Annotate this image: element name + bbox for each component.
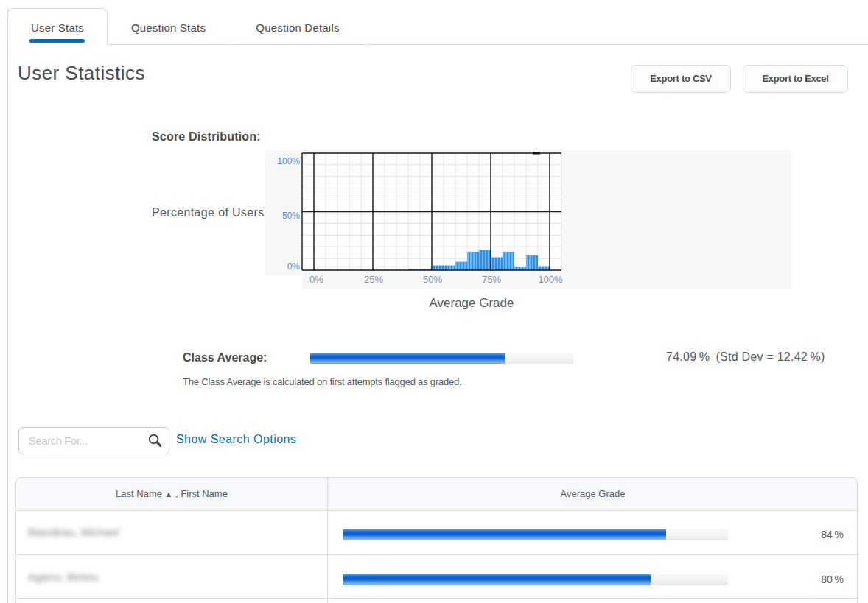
svg-text:0%: 0% <box>309 274 323 285</box>
svg-text:0%: 0% <box>287 261 301 272</box>
svg-text:50%: 50% <box>423 274 442 285</box>
svg-text:75%: 75% <box>482 274 501 285</box>
svg-text:100%: 100% <box>538 274 563 285</box>
svg-text:25%: 25% <box>364 274 383 285</box>
svg-text:100%: 100% <box>277 156 300 166</box>
svg-text:50%: 50% <box>282 211 300 221</box>
